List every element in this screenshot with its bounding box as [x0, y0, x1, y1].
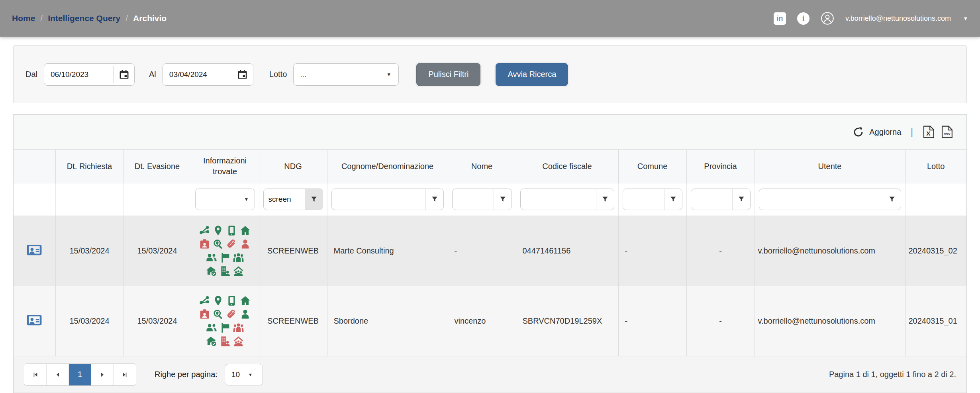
contact-card-icon[interactable]: [27, 244, 42, 256]
first-page-button[interactable]: [24, 364, 47, 385]
dt-richiesta-cell: 15/03/2024: [55, 216, 123, 286]
dal-date-group: [44, 63, 135, 86]
id-badge-icon: [199, 309, 210, 320]
house-icon: [240, 225, 251, 236]
detail-cell: [14, 286, 55, 356]
info-icon-row: [206, 336, 244, 347]
people-group-icon: [233, 252, 244, 263]
cognome-filter-button[interactable]: [425, 189, 443, 210]
cognome-cell: Marte Consulting: [327, 216, 448, 286]
house-check-icon: [206, 336, 217, 347]
dal-date-input[interactable]: [44, 64, 113, 85]
utente-cell: v.borriello@nettunosolutions.com: [755, 286, 905, 356]
provincia-filter-button[interactable]: [732, 189, 750, 210]
clear-filters-button[interactable]: Pulisci Filtri: [416, 63, 480, 86]
info-icon-row: [199, 239, 251, 250]
lotto-select[interactable]: ... ▼: [293, 63, 399, 86]
breadcrumb-home[interactable]: Home: [12, 14, 35, 23]
person-icon: [240, 309, 251, 320]
filter-cell-ndg: [259, 183, 327, 216]
codice-fiscale-filter-input[interactable]: [521, 189, 596, 210]
comune-filter-input[interactable]: [623, 189, 664, 210]
calendar-icon: [237, 69, 247, 79]
last-page-button[interactable]: [114, 364, 136, 385]
col-lotto: Lotto: [905, 149, 966, 183]
rows-per-page-label: Righe per pagina:: [155, 370, 218, 379]
next-page-icon: [100, 372, 105, 377]
informazioni-trovate-cell: [191, 216, 259, 286]
col-nome: Nome: [448, 149, 516, 183]
info-icon-row: [199, 295, 251, 306]
export-excel-button[interactable]: X: [923, 126, 935, 138]
rows-per-page-select[interactable]: 10 ▼: [225, 364, 263, 385]
nome-cell: -: [448, 216, 516, 286]
info-icon[interactable]: i: [797, 12, 809, 25]
user-menu-caret-icon[interactable]: ▼: [963, 16, 968, 22]
previous-page-button[interactable]: [47, 364, 69, 385]
sign-icon: [220, 252, 230, 263]
next-page-button[interactable]: [91, 364, 114, 385]
id-badge-icon: [199, 239, 210, 250]
codice-fiscale-cell: 04471461156: [516, 216, 618, 286]
col-dt-evasione: Dt. Evasione: [123, 149, 191, 183]
informazioni-filter-select[interactable]: ▼: [195, 189, 255, 210]
filter-cell-informazioni: ▼: [191, 183, 259, 216]
comune-filter-button[interactable]: [664, 189, 682, 210]
codice-fiscale-filter-button[interactable]: [596, 189, 614, 210]
dt-evasione-cell: 15/03/2024: [123, 286, 191, 356]
funnel-icon: [431, 196, 438, 202]
nome-filter-input[interactable]: [453, 189, 494, 210]
utente-filter-input[interactable]: [759, 189, 883, 210]
al-date-group: [163, 63, 253, 86]
cognome-filter-input[interactable]: [332, 189, 425, 210]
linkedin-icon[interactable]: in: [774, 12, 786, 25]
users-icon: [206, 252, 217, 263]
nome-filter-button[interactable]: [494, 189, 512, 210]
house-people-icon: [233, 336, 244, 347]
refresh-button[interactable]: Aggiorna: [853, 127, 901, 138]
ndg-filter-button[interactable]: [305, 189, 323, 210]
lotto-selected-value: ...: [294, 64, 379, 85]
mobile-icon: [226, 225, 237, 236]
start-search-button[interactable]: Avvia Ricerca: [496, 63, 568, 86]
pager-nav: 1: [24, 364, 136, 386]
dal-calendar-button[interactable]: [114, 64, 134, 85]
breadcrumb-current-archivio: Archivio: [133, 14, 167, 23]
user-email[interactable]: v.borriello@nettunosolutions.com: [845, 14, 951, 23]
breadcrumb: Home / Intelligence Query / Archivio: [12, 14, 167, 23]
users-icon: [206, 322, 217, 333]
dt-richiesta-cell: 15/03/2024: [55, 286, 123, 356]
dt-evasione-cell: 15/03/2024: [123, 216, 191, 286]
csv-file-icon: CSV: [941, 126, 953, 138]
col-codice-fiscale: Codice fiscale: [516, 149, 618, 183]
nome-cell: vincenzo: [448, 286, 516, 356]
contact-card-icon[interactable]: [27, 314, 42, 326]
breadcrumb-intelligence-query[interactable]: Intelligence Query: [48, 14, 120, 23]
utente-filter-button[interactable]: [883, 189, 901, 210]
refresh-icon: [853, 127, 864, 138]
filter-cell-cognome: [327, 183, 448, 216]
svg-text:X: X: [926, 130, 930, 137]
app-header: Home / Intelligence Query / Archivio in …: [0, 0, 980, 37]
col-cognome-denominazione: Cognome/Denominazione: [327, 149, 448, 183]
provincia-filter-input[interactable]: [691, 189, 732, 210]
dal-label: Dal: [25, 70, 37, 79]
grid-toolbar: Aggiorna | X CSV: [14, 115, 966, 149]
codice-fiscale-cell: SBRVCN70D19L259X: [516, 286, 618, 356]
ndg-filter-input[interactable]: [264, 189, 305, 210]
export-csv-button[interactable]: CSV: [941, 126, 953, 138]
person-icon: [240, 239, 251, 250]
comune-cell: -: [618, 286, 686, 356]
page-1-button[interactable]: 1: [69, 364, 91, 385]
ndg-cell: SCREENWEB: [259, 286, 327, 356]
filter-cell-nome: [448, 183, 516, 216]
lotto-cell: 20240315_02: [905, 216, 966, 286]
al-date-input[interactable]: [163, 64, 232, 85]
table-header-row: Dt. Richiesta Dt. Evasione Informazioni …: [14, 149, 966, 183]
user-avatar-icon[interactable]: [821, 12, 834, 25]
search-location-icon: [213, 239, 223, 250]
col-ndg: NDG: [259, 149, 327, 183]
al-calendar-button[interactable]: [232, 64, 253, 85]
rows-per-page-value: 10: [225, 370, 248, 379]
col-detail: [14, 149, 55, 183]
